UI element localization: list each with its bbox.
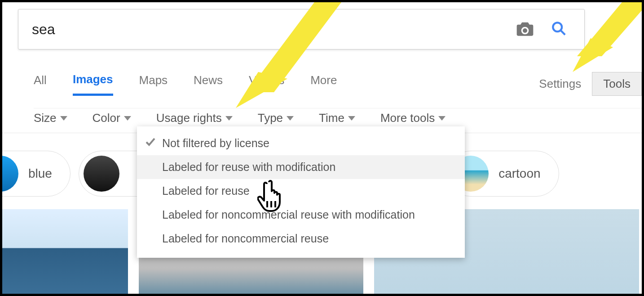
dropdown-item-reuse-mod[interactable]: Labeled for reuse with modification (137, 155, 465, 179)
nav-tab-news[interactable]: News (194, 73, 223, 94)
suggestion-label: cartoon (498, 166, 540, 181)
chevron-down-icon (60, 116, 67, 121)
app-frame: All Images Maps News Videos More Setting… (2, 2, 642, 294)
annotation-arrow-usage-rights (234, 2, 350, 128)
hand-cursor-icon (257, 178, 289, 215)
result-thumbnail[interactable] (2, 209, 128, 294)
filter-more-tools[interactable]: More tools (380, 111, 446, 125)
svg-marker-6 (236, 72, 287, 108)
dropdown-item-reuse[interactable]: Labeled for reuse (137, 179, 465, 203)
suggestion-thumb (2, 156, 18, 192)
camera-icon[interactable] (516, 21, 534, 38)
chevron-down-icon (438, 116, 446, 121)
filter-color[interactable]: Color (93, 111, 131, 125)
dropdown-item-label: Labeled for reuse (162, 184, 250, 197)
filter-usage-rights[interactable]: Usage rights (156, 111, 233, 125)
dropdown-item-noncommercial[interactable]: Labeled for noncommercial reuse (137, 227, 465, 251)
nav-tab-all[interactable]: All (34, 73, 47, 94)
dropdown-item-not-filtered[interactable]: Not filtered by license (137, 131, 465, 155)
suggestion-label: blue (28, 166, 52, 181)
dropdown-item-label: Not filtered by license (162, 137, 269, 150)
suggestion-thumb (84, 156, 119, 192)
suggestion-pill[interactable]: blue (2, 151, 71, 197)
search-icon[interactable] (551, 21, 566, 38)
nav-tab-maps[interactable]: Maps (139, 73, 168, 94)
usage-rights-dropdown: Not filtered by license Labeled for reus… (137, 126, 465, 258)
nav-tab-images[interactable]: Images (73, 72, 113, 96)
filter-size[interactable]: Size (34, 111, 67, 125)
chevron-down-icon (225, 116, 233, 121)
annotation-arrow-tools (573, 2, 642, 88)
dropdown-item-noncommercial-mod[interactable]: Labeled for noncommercial reuse with mod… (137, 203, 465, 227)
chevron-down-icon (124, 116, 131, 121)
svg-point-0 (553, 22, 562, 31)
dropdown-item-label: Labeled for reuse with modification (162, 161, 335, 174)
dropdown-item-label: Labeled for noncommercial reuse (162, 232, 329, 245)
svg-line-1 (560, 30, 565, 35)
check-icon (145, 136, 158, 150)
